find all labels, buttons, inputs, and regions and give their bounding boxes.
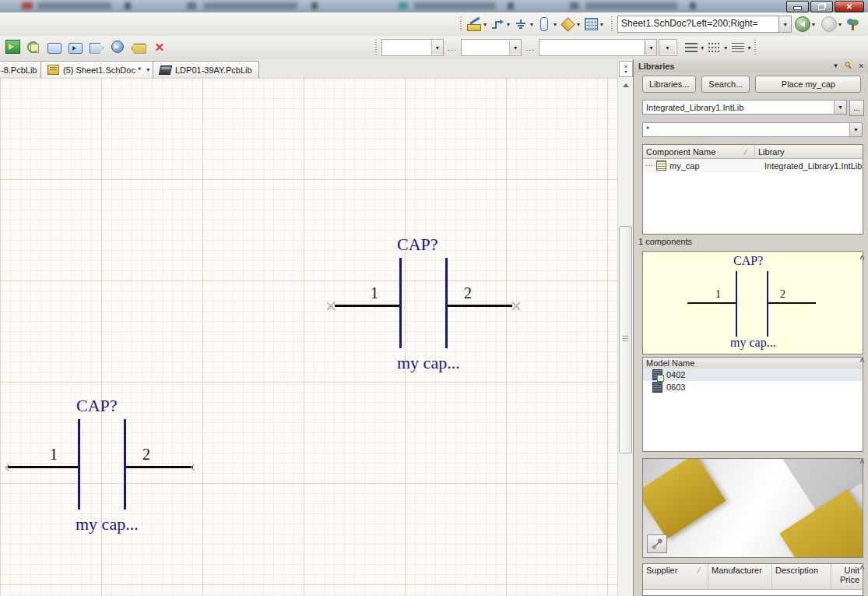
- document-address-input[interactable]: Sheet1.SchDoc?Left=200;Right=: [617, 16, 779, 33]
- back-button[interactable]: [795, 16, 810, 32]
- column-manufacturer[interactable]: Manufacturer: [708, 564, 772, 589]
- schematic-canvas[interactable]: CAP? 1 2 × × my cap... CAP? 1 2 my cap..…: [0, 78, 617, 596]
- component-row-my-cap[interactable]: my_cap Integrated_Library1.IntLib: [643, 159, 863, 172]
- capacitor-symbol-top[interactable]: CAP? 1 2 × × my cap...: [329, 160, 519, 300]
- spacing-icon[interactable]: [730, 40, 746, 55]
- address-dropdown-button[interactable]: ▼: [779, 16, 792, 33]
- filter-input[interactable]: * ▼: [642, 122, 863, 137]
- libraries-button[interactable]: Libraries...: [642, 76, 696, 93]
- symbol-preview[interactable]: CAP? 1 2 my cap...: [642, 251, 863, 354]
- new-sheet-icon[interactable]: [5, 39, 20, 55]
- chevron-down-icon[interactable]: ▾: [724, 44, 727, 51]
- font-combo[interactable]: ▼: [381, 39, 444, 56]
- footprint-icon: ✓: [652, 369, 662, 380]
- model-list-header[interactable]: Model Name: [642, 357, 863, 369]
- chevron-down-icon[interactable]: ▾: [600, 21, 603, 28]
- chevron-down-icon[interactable]: ▾: [530, 21, 533, 28]
- comment-label[interactable]: my cap...: [76, 514, 139, 534]
- tab-sheet1-schdoc[interactable]: (5) Sheet1.SchDoc * ▾: [40, 61, 160, 78]
- column-description[interactable]: Description: [772, 564, 831, 589]
- synchronize-icon[interactable]: [26, 39, 41, 55]
- chevron-down-icon[interactable]: ▼: [834, 101, 846, 114]
- capacitor-symbol-bottom[interactable]: CAP? 1 2 my cap...: [6, 321, 197, 461]
- model-list[interactable]: ✓ 0402 0603: [642, 369, 863, 452]
- library-select[interactable]: Integrated_Library1.IntLib ▼: [642, 100, 847, 115]
- extra-combo[interactable]: ▼: [659, 39, 677, 56]
- tab-ldp01-pcblib[interactable]: LDP01-39AY.PcbLib: [153, 61, 259, 78]
- chevron-down-icon[interactable]: ▾: [483, 21, 487, 28]
- parameter-set-icon[interactable]: [131, 39, 146, 55]
- section-collapse-icon[interactable]: ^: [858, 256, 866, 264]
- wire-tool-icon[interactable]: [490, 16, 505, 32]
- sort-ascending-icon: /: [744, 147, 751, 157]
- section-collapse-icon[interactable]: ^: [858, 566, 866, 574]
- chevron-down-icon[interactable]: ▾: [146, 66, 149, 73]
- sheet-symbol-tool-icon[interactable]: [47, 39, 62, 55]
- supplier-table[interactable]: Supplier / Manufacturer Description Unit…: [642, 563, 863, 596]
- canvas-vertical-scrollbar[interactable]: » ▾: [617, 59, 634, 596]
- chevron-down-icon[interactable]: ▾: [553, 21, 557, 28]
- chevron-down-icon[interactable]: ▾: [747, 44, 750, 51]
- component-list[interactable]: Component Name / Library my_cap Integrat…: [642, 144, 863, 235]
- chevron-down-icon[interactable]: ▾: [577, 21, 580, 28]
- designator-label[interactable]: CAP?: [397, 235, 438, 255]
- line-style-icon[interactable]: [707, 40, 722, 55]
- tab-pcblib-partial[interactable]: -8.PcbLib: [0, 61, 44, 78]
- component-list-header[interactable]: Component Name / Library: [643, 145, 863, 159]
- port-tool-icon[interactable]: [89, 39, 104, 55]
- style-combo[interactable]: ▼: [539, 39, 657, 56]
- sheet-entry-tool-icon[interactable]: [68, 39, 83, 55]
- pin-number: 2: [780, 288, 785, 301]
- toolbar-grip[interactable]: [459, 16, 462, 32]
- libraries-panel-header[interactable]: Libraries ▼ ✕: [634, 59, 868, 72]
- column-supplier[interactable]: Supplier /: [643, 564, 708, 589]
- component-count: 1 components: [638, 237, 692, 246]
- comment-label[interactable]: my cap...: [397, 353, 460, 373]
- panel-menu-button[interactable]: ▼: [833, 62, 839, 69]
- offsheet-connector-icon[interactable]: [110, 39, 125, 55]
- model-row-0603[interactable]: 0603: [643, 381, 863, 393]
- panel-close-button[interactable]: ✕: [858, 62, 864, 70]
- search-button[interactable]: Search...: [701, 76, 750, 93]
- navigator-icon[interactable]: [845, 16, 860, 32]
- size-combo[interactable]: ▼: [461, 39, 522, 56]
- tab-overflow-button[interactable]: » ▾: [619, 61, 633, 77]
- column-component-name[interactable]: Component Name /: [643, 145, 755, 158]
- column-library[interactable]: Library: [755, 145, 863, 158]
- chevron-down-icon[interactable]: ▾: [812, 21, 815, 28]
- chevron-down-icon[interactable]: ▼: [849, 123, 862, 136]
- drawing-tools-icon[interactable]: [466, 16, 482, 32]
- designator-label[interactable]: CAP?: [76, 396, 118, 416]
- sheet-symbol-icon[interactable]: [560, 16, 575, 32]
- browse-libraries-button[interactable]: ...: [849, 100, 864, 116]
- restore-button[interactable]: [810, 1, 833, 12]
- chevron-down-icon[interactable]: ▾: [507, 21, 510, 28]
- blurred-tab: [37, 2, 111, 9]
- section-collapse-icon[interactable]: ^: [858, 460, 866, 468]
- grid-settings-icon[interactable]: [583, 16, 599, 32]
- pin-icon[interactable]: [844, 62, 852, 70]
- toolbar-grip[interactable]: [374, 40, 378, 55]
- section-collapse-icon[interactable]: ^: [858, 358, 866, 367]
- toolbar-grip[interactable]: [610, 16, 613, 32]
- no-erc-icon[interactable]: ✕: [152, 39, 167, 55]
- line-weight-icon[interactable]: [684, 40, 699, 55]
- minimize-button[interactable]: [786, 1, 809, 12]
- capacitor-plate: [78, 419, 80, 510]
- model-row-0402[interactable]: ✓ 0402: [643, 369, 863, 381]
- toolbar-grip[interactable]: [754, 40, 757, 55]
- chevron-down-icon[interactable]: ▾: [838, 21, 842, 28]
- chevron-down-icon[interactable]: ▾: [701, 44, 704, 51]
- scrollbar-thumb[interactable]: [619, 226, 632, 453]
- footprint-pad: [642, 458, 726, 539]
- footprint-tools-button[interactable]: [647, 534, 667, 553]
- pin-wire: [8, 466, 78, 468]
- forward-button[interactable]: [821, 16, 837, 32]
- close-button[interactable]: ✕: [835, 1, 864, 12]
- place-component-button[interactable]: Place my_cap: [755, 76, 861, 93]
- power-port-icon[interactable]: [513, 16, 529, 32]
- supplier-table-header[interactable]: Supplier / Manufacturer Description Unit…: [643, 564, 863, 590]
- footprint-3d-preview[interactable]: [642, 458, 863, 558]
- scroll-up-button[interactable]: [618, 79, 634, 90]
- place-part-icon[interactable]: [536, 16, 552, 32]
